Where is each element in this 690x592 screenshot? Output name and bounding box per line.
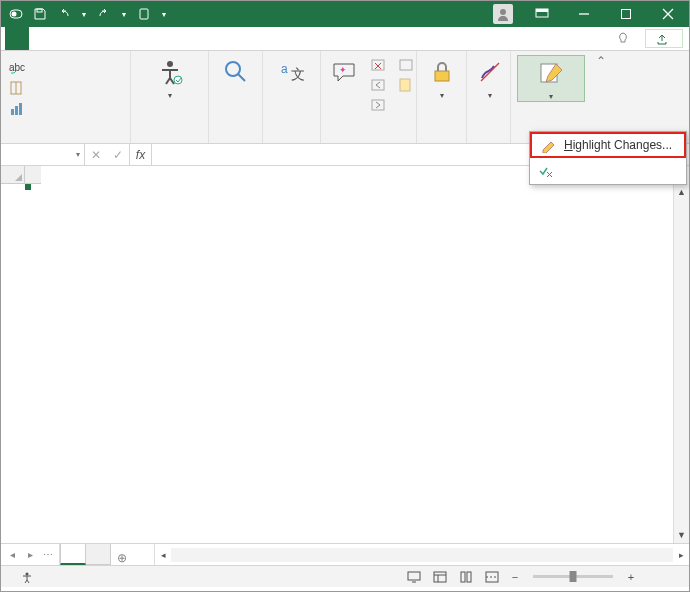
svg-point-19 <box>226 62 240 76</box>
name-box[interactable] <box>1 144 85 165</box>
group-proofing: abc <box>1 51 131 143</box>
status-accessibility[interactable] <box>21 571 37 583</box>
accept-reject-menuitem[interactable] <box>530 158 686 184</box>
workbook-stats-button[interactable] <box>7 99 31 119</box>
sheet-nav-more[interactable]: ⋯ <box>39 549 57 560</box>
tell-me-search[interactable] <box>607 27 643 50</box>
tab-home[interactable] <box>31 27 51 50</box>
tab-insert[interactable] <box>51 27 71 50</box>
new-comment-button[interactable]: ✦ <box>327 55 361 89</box>
qat-customize[interactable]: ▾ <box>157 10 171 19</box>
show-comments-button[interactable] <box>395 55 417 75</box>
zoom-slider[interactable] <box>533 575 613 578</box>
svg-rect-8 <box>622 10 631 19</box>
smart-lookup-button[interactable] <box>215 55 256 89</box>
status-bar: − + <box>1 565 689 587</box>
svg-rect-2 <box>37 9 42 12</box>
zoom-out-button[interactable]: − <box>507 571 523 583</box>
autosave-toggle[interactable] <box>5 3 27 25</box>
redo-icon[interactable] <box>93 3 115 25</box>
enter-formula-button[interactable]: ✓ <box>107 148 129 162</box>
maximize-button[interactable] <box>605 1 647 27</box>
tab-formulas[interactable] <box>91 27 111 50</box>
notes-button[interactable] <box>395 75 417 95</box>
group-label <box>7 141 124 143</box>
spelling-button[interactable]: abc <box>7 57 31 77</box>
svg-rect-16 <box>19 103 22 115</box>
normal-view-button[interactable] <box>429 568 451 586</box>
scroll-down-button[interactable]: ▼ <box>674 527 689 543</box>
delete-comment-button[interactable] <box>367 55 389 75</box>
page-break-view-button[interactable] <box>481 568 503 586</box>
tab-view[interactable] <box>151 27 171 50</box>
zoom-in-button[interactable]: + <box>623 571 639 583</box>
scroll-up-button[interactable]: ▲ <box>674 184 689 200</box>
highlight-changes-menuitem[interactable]: Highlight Changes... <box>530 132 686 158</box>
horizontal-scrollbar[interactable]: ◂ ▸ <box>154 544 689 565</box>
svg-point-17 <box>167 61 173 67</box>
protect-button[interactable]: ▾ <box>423 55 460 100</box>
sheet-tab[interactable] <box>85 544 111 565</box>
redo-dropdown[interactable]: ▾ <box>117 10 131 19</box>
select-all-corner[interactable] <box>1 166 25 184</box>
undo-icon[interactable] <box>53 3 75 25</box>
group-language: a文 <box>263 51 321 143</box>
thesaurus-button[interactable] <box>7 78 31 98</box>
title-bar: ▾ ▾ ▾ <box>1 1 689 27</box>
hide-ink-button[interactable]: ▾ <box>473 55 507 100</box>
fx-icon[interactable]: fx <box>130 144 152 165</box>
ribbon-options-icon[interactable] <box>521 1 563 27</box>
display-settings-icon[interactable] <box>403 568 425 586</box>
svg-text:a: a <box>281 62 288 76</box>
sheet-tab-bar: ◂ ▸ ⋯ ⊕ ◂ ▸ <box>1 543 689 565</box>
svg-rect-42 <box>461 572 465 582</box>
tab-data[interactable] <box>111 27 131 50</box>
scroll-right-button[interactable]: ▸ <box>673 547 689 563</box>
ribbon: abc ▾ a文 ✦ <box>1 51 689 144</box>
collapse-ribbon-button[interactable]: ⌃ <box>591 51 611 143</box>
stats-icon <box>9 101 25 117</box>
minimize-button[interactable] <box>563 1 605 27</box>
user-account[interactable] <box>479 4 521 24</box>
svg-rect-14 <box>11 109 14 115</box>
vertical-scrollbar[interactable]: ▲ ▼ <box>673 184 689 543</box>
fill-handle[interactable] <box>25 184 31 190</box>
tab-review[interactable] <box>131 27 151 50</box>
svg-rect-43 <box>467 572 471 582</box>
track-changes-menu: Highlight Changes... <box>529 131 687 185</box>
scroll-left-button[interactable]: ◂ <box>155 547 171 563</box>
track-changes-icon <box>536 58 566 88</box>
previous-comment-button[interactable] <box>367 75 389 95</box>
svg-line-20 <box>238 74 245 81</box>
svg-rect-15 <box>15 106 18 115</box>
page-layout-view-button[interactable] <box>455 568 477 586</box>
sheet-nav-first[interactable]: ◂ <box>3 549 21 560</box>
track-changes-button[interactable]: ▾ <box>517 55 585 102</box>
svg-rect-3 <box>140 9 148 19</box>
svg-text:文: 文 <box>291 66 305 82</box>
svg-text:abc: abc <box>9 62 25 73</box>
check-accessibility-button[interactable]: ▾ <box>137 55 202 100</box>
add-sheet-button[interactable]: ⊕ <box>110 551 134 565</box>
translate-button[interactable]: a文 <box>269 55 314 89</box>
touchmode-icon[interactable] <box>133 3 155 25</box>
translate-icon: a文 <box>277 57 307 87</box>
share-button[interactable] <box>645 29 683 48</box>
spelling-icon: abc <box>9 59 25 75</box>
save-icon[interactable] <box>29 3 51 25</box>
next-comment-button[interactable] <box>367 95 389 115</box>
tab-page-layout[interactable] <box>71 27 91 50</box>
quick-access-toolbar: ▾ ▾ ▾ <box>1 3 171 25</box>
sheet-nav-last[interactable]: ▸ <box>21 549 39 560</box>
tab-file[interactable] <box>5 27 29 50</box>
undo-dropdown[interactable]: ▾ <box>77 10 91 19</box>
svg-point-36 <box>26 572 29 575</box>
sheet-tab-active[interactable] <box>60 544 86 565</box>
group-protect: ▾ <box>417 51 467 143</box>
cells[interactable] <box>25 184 673 543</box>
tab-help[interactable] <box>171 27 191 50</box>
svg-text:✦: ✦ <box>339 65 347 75</box>
close-button[interactable] <box>647 1 689 27</box>
svg-rect-37 <box>408 572 420 580</box>
cancel-formula-button[interactable]: ✕ <box>85 148 107 162</box>
